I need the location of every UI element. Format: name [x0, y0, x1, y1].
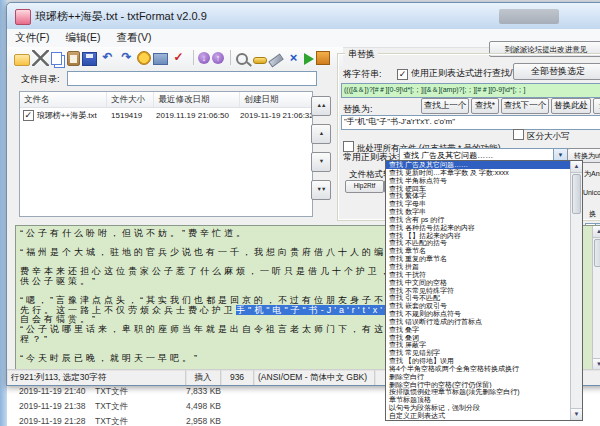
dropdown-item[interactable]: 查找 叠字 — [386, 326, 582, 334]
search-pattern-input[interactable]: ((([&＆])?[#＃][0-9]\d*[;；]|[&＆](amp)?[;；]… — [341, 83, 600, 98]
dropdown-item[interactable]: 查找 错误断行造成的行首标点 — [386, 318, 582, 326]
dropdown-item[interactable]: 按排版惯例处理章节标题(须先删除空白行) — [386, 388, 582, 396]
menu-item[interactable]: 查看(V) — [108, 31, 159, 45]
dropdown-item[interactable]: 查找 常见错别字 — [386, 349, 582, 357]
toolbar-separator — [226, 50, 231, 65]
menu-item[interactable]: 编辑(E) — [57, 31, 108, 45]
format-convert-button[interactable]: Hlp2Rtf — [345, 180, 384, 193]
dropdown-item[interactable]: 查找 拼篇 — [386, 263, 582, 271]
remove-icon[interactable]: × — [285, 50, 302, 66]
scrollbar-thumb[interactable] — [572, 174, 581, 214]
file-size: 7,833 KB — [157, 386, 221, 396]
dropdown-item[interactable]: 将4个半角空格或两个全角空格转换成换行 — [386, 365, 582, 373]
move-down-button[interactable]: ▼ — [311, 152, 331, 172]
replace-all-selected-button[interactable]: 全部替换选定 — [513, 63, 600, 80]
exit-icon[interactable] — [316, 51, 330, 65]
convert-to-ansi-button-fragment[interactable]: 为Ansi* — [584, 169, 600, 179]
dropdown-item[interactable]: 自定义正则表达式 — [386, 412, 582, 420]
file-name: 琅琊榜++海晏.txt — [37, 110, 107, 121]
move-up-button[interactable]: ▲ — [311, 124, 331, 144]
dropdown-item[interactable]: 查找 引号不匹配 — [386, 294, 582, 302]
key-icon[interactable] — [253, 57, 267, 64]
wrench-icon[interactable] — [268, 53, 283, 67]
find-prev-button[interactable]: 查找上一个 — [421, 98, 469, 114]
open-folder-icon[interactable] — [14, 54, 30, 66]
file-row[interactable]: ✓ 琅琊榜++海晏.txt 1519419 2019.11.19 21:06:5… — [20, 108, 312, 123]
column-header-modified[interactable]: 最近修改日期 — [154, 92, 240, 107]
cut-icon[interactable] — [32, 50, 49, 66]
replace-with-input[interactable]: "手"机"电"子"书-J'a'r't'x't'. c'o'm" — [341, 115, 600, 130]
encoding-status: (ANSI/OEM - 简体中文 GBK) — [254, 370, 375, 385]
dropdown-item[interactable]: 查找 中文间的空格 — [386, 279, 582, 287]
redo-icon[interactable]: ↷ — [118, 50, 135, 66]
dropdown-item[interactable]: 查找 干扰符 — [386, 271, 582, 279]
dropdown-item[interactable]: 查找 繁体字 — [386, 192, 582, 200]
editor-scrollbar[interactable]: ▲ ▼ — [592, 226, 600, 370]
file-type: TXT文件 — [95, 386, 128, 398]
scroll-up-icon[interactable]: ▲ — [593, 226, 600, 238]
scrollbar-thumb[interactable] — [594, 239, 600, 267]
column-header-created[interactable]: 创建日期 — [240, 92, 312, 107]
find-next-button[interactable]: 查找下一个 — [501, 98, 549, 114]
dropdown-item[interactable]: 查找 字母串 — [386, 200, 582, 208]
run-icon[interactable] — [304, 53, 314, 65]
dropdown-item[interactable]: 以句号为段落标记，强制分段 — [386, 404, 582, 412]
dropdown-scrollbar[interactable]: ▲ ▼ — [570, 161, 582, 420]
toolbar: ↶ ↷ ✓ ↓ ↑ × — [7, 47, 343, 68]
title-bar[interactable]: 琅琊榜++海晏.txt - txtFormat v2.0.9 — [7, 3, 600, 30]
file-size: 1519419 — [107, 111, 152, 120]
dropdown-item[interactable]: 查找 嵌套的双引号 — [386, 302, 582, 310]
string-label: 将字符串: — [343, 68, 382, 81]
dropdown-item[interactable]: 查找 不常见特殊字符 — [386, 287, 582, 295]
dropdown-item[interactable]: 查找 重复的章节名 — [386, 255, 582, 263]
copy-icon[interactable] — [51, 52, 62, 65]
dropdown-item[interactable]: 查找 数字串 — [386, 208, 582, 216]
dropdown-item[interactable]: 查找 含有 ps 的行 — [386, 216, 582, 224]
file-row-checkbox[interactable]: ✓ — [23, 110, 34, 121]
file-dir-label: 文件目录: — [21, 73, 60, 86]
search-icon[interactable] — [236, 53, 248, 65]
column-header-name[interactable]: 文件名 — [20, 92, 107, 107]
dropdown-item[interactable]: 查找 叠词 — [386, 334, 582, 342]
find-button-row: 查找上一个 查找* 查找下一个 替换此处 全部替换* — [421, 98, 600, 114]
background-window-artifact — [499, 9, 559, 24]
dropdown-item[interactable]: 查找 广告及其它问题…… — [386, 161, 582, 169]
file-list-header: 文件名 文件大小 最近修改日期 创建日期 — [20, 92, 312, 108]
dropdown-item[interactable]: 查找 各种括号括起来的内容 — [386, 224, 582, 232]
replace-here-button[interactable]: 替换此处 — [551, 98, 591, 114]
file-size: 4,498 KB — [157, 401, 221, 411]
scroll-up-icon[interactable]: ▲ — [571, 161, 582, 173]
dropdown-item[interactable]: 查找 更新时间…本章字数 及 字数:xxxx — [386, 169, 582, 177]
dropdown-item[interactable]: 查找 不匹配的括号 — [386, 239, 582, 247]
paste-icon[interactable] — [67, 51, 80, 66]
batch-export-icon[interactable]: ↑ — [212, 52, 224, 64]
spellcheck-icon[interactable]: ✓ — [170, 50, 187, 66]
use-regex-checkbox[interactable]: ✓使用正则表达式进行查找/替换 — [397, 67, 531, 80]
dropdown-item[interactable]: 查找 半角标点符号 — [386, 177, 582, 185]
combobox-value: 查找 广告及其它问题…… — [403, 151, 493, 160]
undo-icon[interactable]: ↶ — [99, 50, 116, 66]
find-button[interactable]: 查找* — [471, 98, 499, 114]
dropdown-item[interactable]: 删除空白行 — [386, 373, 582, 381]
match-case-checkbox[interactable]: 区分大小写 — [513, 129, 570, 143]
file-dir-input[interactable] — [67, 71, 317, 86]
selected-text: 手"机"电"子"书-J'a'r't'x't'， — [236, 305, 407, 315]
settings-gear-icon[interactable] — [137, 51, 151, 65]
dropdown-item[interactable]: 查找 屏蔽字 — [386, 341, 582, 349]
move-top-button[interactable]: ▲▲ — [311, 96, 331, 116]
column-header-size[interactable]: 文件大小 — [107, 92, 154, 107]
split-file-icon[interactable] — [153, 53, 168, 65]
dropdown-item[interactable]: 查找 硬回车 — [386, 185, 582, 193]
dropdown-item[interactable]: 查找 不规则的标点符号 — [386, 310, 582, 318]
dropdown-item[interactable]: 查找 【的得地】误用 — [386, 357, 582, 365]
dropdown-item[interactable]: 删除空白行中的空格(空行仍保留) — [386, 381, 582, 389]
save-icon[interactable] — [82, 52, 97, 66]
menu-item[interactable]: 文件(F) — [7, 31, 57, 45]
dropdown-item[interactable]: 查找 章节名 — [386, 247, 582, 255]
replace-all-button[interactable]: 全部替换* — [593, 98, 600, 114]
dropdown-item[interactable]: 章节标题顶格 — [386, 396, 582, 404]
dropdown-item[interactable]: 查找 【】括起来的内容 — [386, 232, 582, 240]
scroll-down-icon[interactable]: ▼ — [571, 408, 582, 420]
move-bottom-button[interactable]: ▼▼ — [311, 180, 331, 200]
batch-import-icon[interactable]: ↓ — [198, 52, 210, 64]
